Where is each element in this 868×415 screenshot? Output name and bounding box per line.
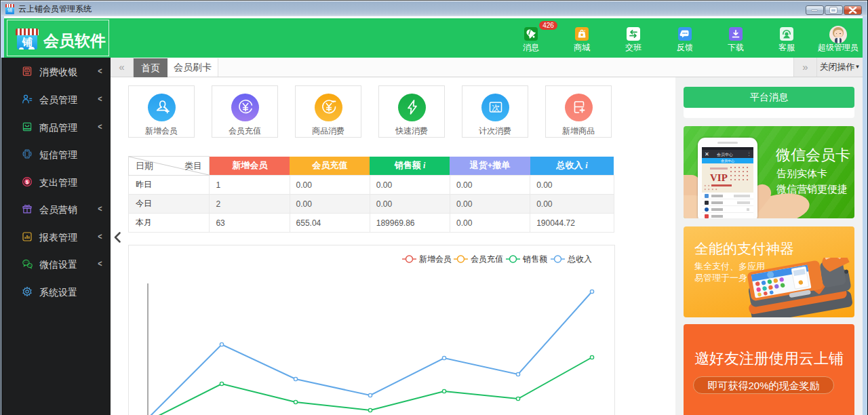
svg-text:会员充值: 会员充值 xyxy=(471,254,503,264)
svg-text:销售额: 销售额 xyxy=(522,254,547,264)
svg-text:次: 次 xyxy=(492,103,500,113)
svg-text:$: $ xyxy=(26,179,29,185)
svg-text:类目: 类目 xyxy=(184,161,202,171)
svg-text:新增会员: 新增会员 xyxy=(419,254,452,264)
svg-text:总收入: 总收入 xyxy=(567,254,592,264)
svg-text:日期: 日期 xyxy=(136,161,153,171)
